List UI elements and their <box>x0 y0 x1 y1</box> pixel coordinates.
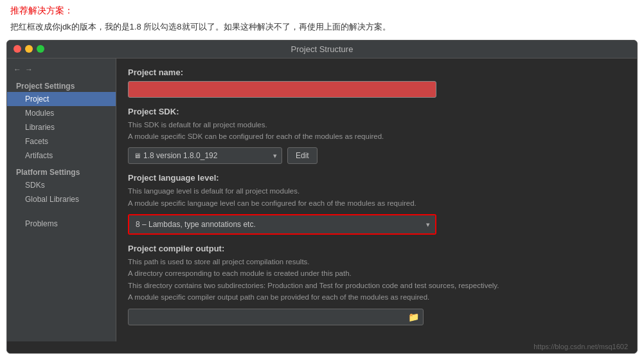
close-button[interactable] <box>13 45 21 53</box>
title-bar: Project Structure <box>7 41 637 59</box>
lang-desc: This language level is default for all p… <box>128 185 625 209</box>
sidebar-item-modules[interactable]: Modules <box>7 106 116 120</box>
annotation-area: 推荐解决方案： 把红框改成你jdk的版本，我的是1.8 所以勾选8就可以了。如果… <box>0 0 644 37</box>
sdk-dropdown[interactable]: 🖥 1.8 version 1.8.0_192 <box>128 147 282 164</box>
compiler-output-label: Project compiler output: <box>128 244 625 253</box>
minimize-button[interactable] <box>25 45 33 53</box>
project-name-label: Project name: <box>128 68 625 77</box>
project-settings-label: Project Settings <box>7 78 116 92</box>
sidebar-item-problems[interactable]: Problems <box>7 217 116 231</box>
traffic-lights <box>13 45 44 53</box>
sidebar-item-project[interactable]: Project <box>7 92 116 106</box>
annotation-title: 推荐解决方案： <box>10 5 634 17</box>
ide-content: ← → Project Settings Project Modules Lib… <box>7 59 637 341</box>
sidebar-nav-row: ← → <box>7 64 116 75</box>
watermark: https://blog.csdn.net/msq1602 <box>7 341 637 353</box>
sdk-value: 1.8 version 1.8.0_192 <box>143 151 217 160</box>
sidebar: ← → Project Settings Project Modules Lib… <box>7 59 116 341</box>
window-title: Project Structure <box>291 44 353 54</box>
sdk-dropdown-wrapper: 🖥 1.8 version 1.8.0_192 <box>128 147 282 164</box>
sidebar-item-facets[interactable]: Facets <box>7 134 116 149</box>
annotation-text: 把红框改成你jdk的版本，我的是1.8 所以勾选8就可以了。如果这种解决不了，再… <box>10 21 634 33</box>
folder-icon: 📁 <box>408 312 419 322</box>
maximize-button[interactable] <box>37 45 44 53</box>
lang-level-dropdown-wrapper: 8 – Lambdas, type annotations etc. <box>128 214 436 235</box>
edit-sdk-button[interactable]: Edit <box>287 147 318 164</box>
compiler-output-input[interactable]: 📁 <box>128 309 424 325</box>
lang-level-label: Project language level: <box>128 173 625 183</box>
sdk-icon: 🖥 <box>134 152 141 159</box>
sdk-row: 🖥 1.8 version 1.8.0_192 Edit <box>128 147 625 164</box>
forward-arrow[interactable]: → <box>25 65 33 74</box>
ide-window: Project Structure ← → Project Settings P… <box>6 40 638 354</box>
sidebar-item-artifacts[interactable]: Artifacts <box>7 149 116 163</box>
project-name-input[interactable] <box>128 81 436 98</box>
sidebar-item-libraries[interactable]: Libraries <box>7 120 116 134</box>
sidebar-item-sdks[interactable]: SDKs <box>7 178 116 192</box>
platform-settings-label: Platform Settings <box>7 163 116 178</box>
back-arrow[interactable]: ← <box>13 65 21 74</box>
sidebar-item-global-libraries[interactable]: Global Libraries <box>7 192 116 206</box>
main-panel: Project name: Project SDK: This SDK is d… <box>116 59 637 341</box>
lang-level-dropdown[interactable]: 8 – Lambdas, type annotations etc. <box>129 215 435 233</box>
lang-level-value: 8 – Lambdas, type annotations etc. <box>136 220 256 229</box>
sdk-desc: This SDK is default for all project modu… <box>128 119 625 143</box>
project-sdk-label: Project SDK: <box>128 107 625 116</box>
compiler-desc: This path is used to store all project c… <box>128 256 625 303</box>
